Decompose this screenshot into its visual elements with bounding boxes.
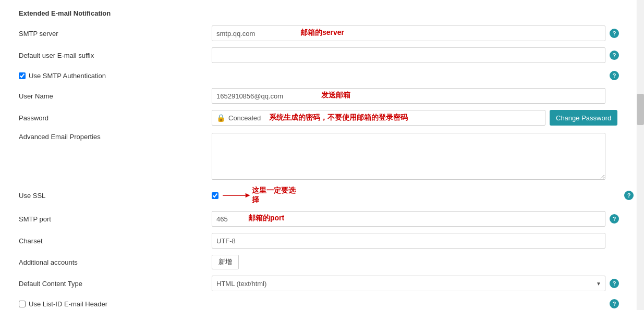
smtp-server-help-icon[interactable]: ? [610,29,619,38]
password-row: Password 🔒 Concealed 系统生成的密码，不要使用邮箱的登录密码… [0,107,644,129]
listid-label: Use List-ID E-mail Header [19,300,212,308]
use-ssl-row: Use SSL 这里一定要选择 ? [0,183,644,208]
additional-accounts-control: 新增 [212,255,634,269]
use-ssl-control: 这里一定要选择 ? [212,186,634,205]
arrow-svg [223,190,250,201]
advanced-email-control [212,133,634,180]
smtp-auth-help-icon[interactable]: ? [610,71,619,80]
use-ssl-label: Use SSL [19,192,212,200]
smtp-server-row: SMTP server 邮箱的server ? [0,22,644,44]
concealed-text: Concealed [228,114,261,122]
charset-control [212,233,634,249]
advanced-email-textarea[interactable] [212,133,605,180]
listid-checkbox[interactable] [19,301,26,307]
smtp-server-control: 邮箱的server ? [212,26,634,41]
user-name-row: User Name 发送邮箱 [0,85,644,107]
change-password-button[interactable]: Change Password [550,110,617,126]
page-wrapper: Extended E-mail Notification SMTP server… [0,0,644,310]
password-control: 🔒 Concealed 系统生成的密码，不要使用邮箱的登录密码 Change P… [212,110,634,126]
content-type-select[interactable]: HTML (text/html) Plain Text (text/plain) [212,276,605,291]
password-field: 🔒 Concealed 系统生成的密码，不要使用邮箱的登录密码 [212,110,545,126]
smtp-server-label: SMTP server [19,30,212,38]
smtp-server-input[interactable] [212,26,605,41]
smtp-port-annotation: 邮箱的port [248,214,284,223]
listid-checkbox-label[interactable]: Use List-ID E-mail Header [19,300,107,308]
user-name-control: 发送邮箱 [212,88,634,104]
user-name-label: User Name [19,92,212,100]
email-suffix-help-icon[interactable]: ? [610,51,619,60]
smtp-port-label: SMTP port [19,215,212,223]
listid-control: ? [212,299,634,308]
smtp-port-row: SMTP port 邮箱的port ? [0,208,644,230]
smtp-auth-label: Use SMTP Authentication [19,72,212,80]
content-type-control: HTML (text/html) Plain Text (text/plain)… [212,276,634,291]
use-ssl-checkbox[interactable] [212,192,218,199]
scrollbar-thumb[interactable] [637,94,644,125]
email-suffix-row: Default user E-mail suffix ? [0,44,644,66]
email-suffix-control: ? [212,47,634,63]
use-ssl-help-icon[interactable]: ? [624,191,634,200]
lock-icon: 🔒 [216,114,225,122]
email-suffix-label: Default user E-mail suffix [19,52,212,59]
listid-help-icon[interactable]: ? [610,299,619,308]
ssl-arrow-annotation: 这里一定要选择 [223,186,297,205]
listid-row: Use List-ID E-mail Header ? [0,294,644,310]
additional-accounts-label: Additional accounts [19,258,212,266]
password-label: Password [19,114,212,122]
smtp-auth-row: Use SMTP Authentication ? [0,66,644,85]
user-name-input[interactable] [212,88,605,104]
charset-label: Charset [19,237,212,245]
content-type-row: Default Content Type HTML (text/html) Pl… [0,272,644,294]
advanced-email-label: Advanced Email Properties [19,133,212,141]
smtp-server-annotation: 邮箱的server [300,28,344,38]
smtp-port-help-icon[interactable]: ? [610,214,619,224]
user-name-annotation: 发送邮箱 [321,91,350,100]
svg-marker-1 [246,193,250,198]
charset-input[interactable] [212,233,605,249]
section-title: Extended E-mail Notification [0,5,644,22]
advanced-email-row: Advanced Email Properties [0,129,644,183]
email-suffix-input[interactable] [212,47,605,63]
scrollbar-track [637,0,644,310]
content-type-help-icon[interactable]: ? [610,279,619,288]
additional-accounts-row: Additional accounts 新增 [0,252,644,272]
password-annotation: 系统生成的密码，不要使用邮箱的登录密码 [269,113,408,122]
smtp-auth-checkbox-label[interactable]: Use SMTP Authentication [19,72,106,80]
charset-row: Charset [0,230,644,252]
content-type-select-wrap: HTML (text/html) Plain Text (text/plain)… [212,276,605,291]
smtp-auth-control: ? [212,71,634,80]
smtp-auth-checkbox[interactable] [19,72,26,79]
add-account-button[interactable]: 新增 [212,255,239,269]
content-type-label: Default Content Type [19,280,212,288]
smtp-port-control: 邮箱的port ? [212,211,634,227]
